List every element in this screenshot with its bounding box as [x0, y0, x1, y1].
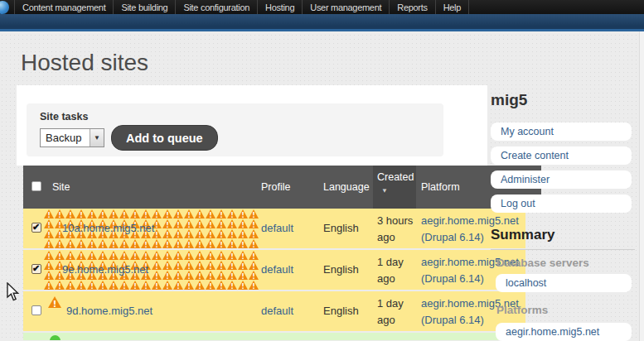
warning-icon	[44, 229, 54, 238]
warning-icon	[184, 209, 194, 219]
table-row: 9e.home.mig5.net default English 1 day a…	[23, 250, 525, 290]
profile-link[interactable]: default	[261, 305, 293, 317]
warning-icon	[119, 281, 129, 290]
warning-icon	[98, 239, 108, 248]
menu-item-site-configuration[interactable]: Site configuration	[175, 0, 257, 14]
warning-icon	[130, 281, 140, 290]
language-cell: English	[323, 305, 359, 317]
warning-icon	[206, 239, 215, 248]
warning-icon	[44, 209, 54, 219]
created-cell: 1 day ago	[377, 295, 423, 329]
warning-icon	[141, 281, 151, 290]
warning-icon	[206, 271, 215, 280]
warning-icon	[173, 261, 183, 270]
column-header-profile[interactable]: Profile	[261, 181, 290, 193]
menu-item-reports[interactable]: Reports	[389, 0, 434, 14]
row-checkbox[interactable]	[31, 264, 41, 274]
summary-divider	[491, 249, 635, 250]
warning-icon	[206, 261, 215, 270]
column-header-created[interactable]: Created ▼	[377, 171, 414, 183]
warning-icon	[162, 229, 172, 238]
sidebar-item-aegir-platform[interactable]: aegir.home.mig5.net	[496, 323, 632, 341]
row-checkbox[interactable]	[31, 305, 41, 315]
warning-icon	[206, 229, 215, 238]
sidebar-item-my-account[interactable]: My account	[491, 122, 632, 141]
warning-icon	[109, 251, 119, 260]
warning-icon	[141, 239, 151, 248]
warning-icon	[119, 239, 129, 248]
warning-icon	[55, 209, 65, 219]
warning-icon	[87, 251, 97, 260]
warning-icon	[195, 229, 205, 238]
warning-icon	[184, 251, 194, 260]
site-tasks-box: Site tasks Backup ▼ Add to queue	[27, 103, 443, 156]
warning-icon	[206, 209, 215, 219]
menu-item-site-building[interactable]: Site building	[113, 0, 175, 14]
warning-icon	[119, 251, 129, 260]
warning-icon	[216, 281, 226, 290]
warning-icon	[65, 239, 75, 248]
warning-icon	[173, 271, 183, 280]
warning-icon	[184, 219, 194, 228]
warning-icon	[184, 261, 194, 270]
menu-item-hosting[interactable]: Hosting	[257, 0, 302, 14]
sidebar-item-log-out[interactable]: Log out	[491, 195, 632, 213]
warning-icon	[162, 271, 172, 280]
row-checkbox[interactable]	[31, 223, 41, 233]
warning-icon	[44, 261, 54, 270]
column-header-site[interactable]: Site	[52, 181, 70, 193]
drupal-logo-icon[interactable]	[0, 1, 9, 14]
warning-icon	[195, 219, 205, 228]
warning-icon	[152, 251, 162, 260]
warning-icon	[152, 281, 162, 290]
warning-icon	[65, 209, 75, 219]
warning-icon	[227, 281, 237, 290]
sidebar-item-localhost[interactable]: localhost	[496, 274, 632, 292]
warning-icon	[238, 239, 248, 248]
warning-icon	[76, 251, 86, 260]
warning-icon	[216, 271, 226, 280]
warning-icon	[130, 209, 140, 219]
menu-item-help[interactable]: Help	[435, 0, 469, 14]
warning-icon	[162, 281, 172, 290]
site-link[interactable]: 10a.home.mig5.net	[62, 222, 154, 234]
warning-icon	[44, 239, 54, 248]
profile-link[interactable]: default	[261, 222, 293, 234]
warning-icon	[162, 239, 172, 248]
task-select[interactable]: Backup ▼	[40, 128, 104, 147]
warning-icon	[195, 271, 205, 280]
warning-icon	[206, 251, 215, 260]
warning-icon	[109, 209, 119, 219]
site-link[interactable]: 9d.home.mig5.net	[66, 305, 153, 317]
warning-icon	[44, 281, 54, 290]
content-panel: Site tasks Backup ▼ Add to queue	[17, 85, 487, 166]
warning-icon	[152, 261, 162, 270]
warning-icon	[87, 239, 97, 248]
warning-icon	[206, 281, 215, 290]
column-header-language[interactable]: Language	[323, 181, 370, 193]
table-row-partial	[23, 333, 525, 340]
warning-icon	[249, 281, 259, 290]
sidebar-item-administer[interactable]: Administer	[491, 170, 632, 189]
table-row: 9d.home.mig5.net default English 1 day a…	[23, 291, 525, 331]
warning-icon	[195, 261, 205, 270]
sidebar-item-create-content[interactable]: Create content	[491, 146, 632, 165]
warning-icon	[173, 229, 183, 238]
ok-status-icon	[50, 335, 61, 340]
warning-icon	[227, 251, 237, 260]
profile-link[interactable]: default	[261, 263, 293, 276]
warning-icon	[206, 219, 215, 228]
warning-icon	[173, 281, 183, 290]
menu-item-content-management[interactable]: Content management	[14, 0, 113, 14]
menu-item-user-management[interactable]: User management	[302, 0, 389, 14]
select-all-checkbox[interactable]	[31, 181, 41, 191]
warning-icon	[184, 281, 194, 290]
warning-icon	[98, 281, 108, 290]
summary-title: Summary	[491, 227, 554, 243]
add-to-queue-button[interactable]: Add to queue	[111, 125, 218, 151]
column-header-platform[interactable]: Platform	[421, 181, 460, 193]
platforms-heading: Platforms	[496, 304, 548, 316]
warning-icon	[249, 271, 259, 280]
site-link[interactable]: 9e.home.mig5.net	[62, 263, 148, 276]
created-cell: 1 day ago	[377, 254, 423, 287]
